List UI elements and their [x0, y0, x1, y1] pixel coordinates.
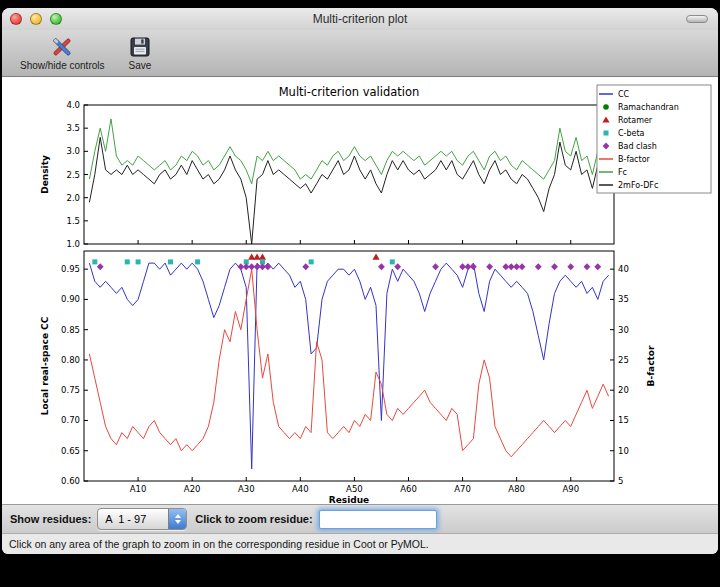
residue-range-value: A 1 - 97 — [98, 509, 168, 529]
svg-text:A20: A20 — [184, 484, 201, 494]
svg-text:A10: A10 — [130, 484, 147, 494]
window-title: Multi-criterion plot — [2, 8, 718, 30]
svg-text:4.0: 4.0 — [66, 100, 80, 110]
title-bar[interactable]: Multi-criterion plot — [2, 8, 718, 30]
toolbar: Show/hide controls Save — [2, 30, 718, 77]
svg-text:C-beta: C-beta — [618, 129, 645, 138]
svg-text:1.0: 1.0 — [66, 239, 80, 249]
svg-text:0.60: 0.60 — [61, 476, 80, 486]
residue-range-select[interactable]: A 1 - 97 — [97, 508, 187, 530]
svg-text:0.80: 0.80 — [61, 355, 80, 365]
svg-text:40: 40 — [618, 264, 629, 274]
svg-text:A80: A80 — [508, 484, 525, 494]
svg-text:A90: A90 — [562, 484, 579, 494]
svg-text:A70: A70 — [454, 484, 471, 494]
svg-text:2mFo-DFc: 2mFo-DFc — [618, 181, 658, 190]
traffic-lights — [10, 13, 70, 25]
svg-text:Multi-criterion validation: Multi-criterion validation — [279, 85, 420, 99]
zoom-button[interactable] — [50, 13, 62, 25]
svg-text:A40: A40 — [292, 484, 309, 494]
multi-criterion-chart[interactable]: 4.03.53.02.52.01.51.00.950.900.850.800.7… — [2, 77, 718, 504]
svg-text:20: 20 — [618, 385, 629, 395]
tool-button-label: Save — [129, 60, 152, 71]
close-button[interactable] — [10, 13, 22, 25]
svg-text:Density: Density — [40, 155, 50, 194]
svg-text:Rotamer: Rotamer — [618, 116, 653, 125]
zoom-residue-input[interactable] — [319, 510, 437, 529]
svg-text:Bad clash: Bad clash — [618, 142, 657, 151]
svg-text:A50: A50 — [346, 484, 363, 494]
svg-text:3.0: 3.0 — [66, 146, 80, 156]
svg-text:0.85: 0.85 — [61, 325, 80, 335]
svg-text:30: 30 — [618, 325, 629, 335]
svg-text:CC: CC — [618, 90, 630, 99]
show-hide-controls-button[interactable]: Show/hide controls — [12, 32, 113, 72]
svg-text:B-factor: B-factor — [646, 345, 656, 386]
svg-text:B-factor: B-factor — [618, 155, 651, 164]
svg-text:Ramachandran: Ramachandran — [618, 103, 679, 112]
svg-text:10: 10 — [618, 446, 629, 456]
svg-text:0.95: 0.95 — [61, 264, 80, 274]
controls-bar: Show residues: A 1 - 97 Click to zoom re… — [2, 504, 718, 533]
toolbar-toggle-pill[interactable] — [686, 15, 708, 23]
status-bar: Click on any area of the graph to zoom i… — [2, 533, 718, 554]
tool-button-label: Show/hide controls — [20, 60, 105, 71]
svg-text:2.0: 2.0 — [66, 193, 80, 203]
zoom-residue-label: Click to zoom residue: — [195, 513, 312, 525]
svg-text:35: 35 — [618, 294, 629, 304]
svg-text:0.75: 0.75 — [61, 385, 80, 395]
svg-text:15: 15 — [618, 415, 629, 425]
svg-text:A30: A30 — [238, 484, 255, 494]
svg-text:Fc: Fc — [618, 168, 627, 177]
svg-text:0.70: 0.70 — [61, 415, 80, 425]
svg-text:0.65: 0.65 — [61, 446, 80, 456]
plot-area: 4.03.53.02.52.01.51.00.950.900.850.800.7… — [2, 77, 718, 504]
app-window: Multi-criterion plot Show/hide controls — [2, 8, 718, 554]
status-text: Click on any area of the graph to zoom i… — [9, 538, 429, 550]
svg-text:Residue: Residue — [329, 495, 369, 504]
svg-text:2.5: 2.5 — [66, 170, 80, 180]
save-button[interactable]: Save — [121, 32, 160, 72]
save-icon — [129, 34, 151, 59]
svg-text:25: 25 — [618, 355, 629, 365]
svg-text:1.5: 1.5 — [66, 216, 80, 226]
minimize-button[interactable] — [30, 13, 42, 25]
svg-text:0.90: 0.90 — [61, 294, 80, 304]
show-residues-label: Show residues: — [10, 513, 91, 525]
svg-text:A60: A60 — [400, 484, 417, 494]
svg-text:Local real-space CC: Local real-space CC — [40, 316, 50, 415]
svg-text:5: 5 — [618, 476, 623, 486]
stepper-arrows-icon — [168, 509, 186, 529]
svg-text:3.5: 3.5 — [66, 123, 80, 133]
tools-icon — [50, 34, 74, 59]
